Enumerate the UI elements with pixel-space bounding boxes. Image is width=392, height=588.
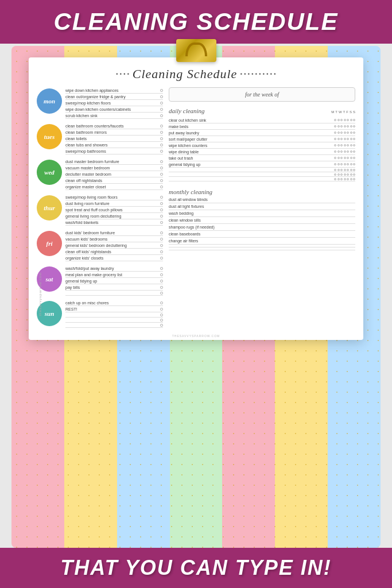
task-row[interactable]: clean off kids' nightstands <box>65 249 163 255</box>
day-dot[interactable] <box>344 131 346 134</box>
task-row[interactable]: wipe down kitchen appliances <box>65 87 163 94</box>
day-dot[interactable] <box>340 163 343 165</box>
day-dot[interactable] <box>344 138 346 140</box>
day-dot[interactable] <box>347 178 349 180</box>
day-dot[interactable] <box>344 178 346 180</box>
task-row[interactable]: general tidying up <box>65 278 163 284</box>
task-row[interactable] <box>65 318 163 323</box>
day-dot[interactable] <box>353 163 355 165</box>
monthly-task-row[interactable]: dust all light fixtures <box>169 203 355 210</box>
day-dot[interactable] <box>340 173 343 176</box>
day-dot[interactable] <box>347 173 349 176</box>
task-row[interactable]: clean toilets <box>65 136 163 142</box>
day-dot[interactable] <box>344 157 346 159</box>
daily-task-row[interactable]: put away laundry <box>169 130 355 136</box>
day-dot[interactable] <box>350 138 352 140</box>
day-dot[interactable] <box>334 163 336 165</box>
task-row[interactable]: declutter master bedroom <box>65 171 163 177</box>
day-dot[interactable] <box>353 178 355 180</box>
day-dot[interactable] <box>337 157 340 159</box>
daily-task-row[interactable]: take out trash <box>169 155 355 161</box>
task-row[interactable] <box>65 291 163 296</box>
day-dot[interactable] <box>347 119 349 121</box>
day-dot[interactable] <box>334 125 336 127</box>
daily-task-row[interactable]: make beds <box>169 123 355 130</box>
day-dot[interactable] <box>340 144 343 146</box>
task-row[interactable]: catch up on misc chores <box>65 300 163 306</box>
day-dot[interactable] <box>344 125 346 127</box>
day-dot[interactable] <box>340 119 343 121</box>
day-dot[interactable] <box>337 138 340 140</box>
day-dot[interactable] <box>350 119 352 121</box>
task-row[interactable]: vacuum kids' bedrooms <box>65 236 163 242</box>
day-dot[interactable] <box>350 169 352 171</box>
task-row[interactable]: spot treat and fluff couch pillows <box>65 207 163 213</box>
task-row[interactable]: dust master bedroom furniture <box>65 158 163 165</box>
day-dot[interactable] <box>350 150 352 153</box>
monthly-task-row[interactable]: shampoo rugs (if needed) <box>169 224 355 231</box>
day-dot[interactable] <box>340 169 343 171</box>
daily-task-row[interactable]: wipe kitchen counters <box>169 142 355 149</box>
day-dot[interactable] <box>340 150 343 153</box>
monthly-task-row[interactable]: clean window sills <box>169 217 355 224</box>
daily-task-row[interactable]: clear out kitchen sink <box>169 117 355 123</box>
monthly-task-row[interactable]: wash bedding <box>169 210 355 217</box>
task-row[interactable] <box>65 323 163 328</box>
day-dot[interactable] <box>337 178 340 180</box>
task-row[interactable]: sweep/mop bathrooms <box>65 148 163 154</box>
day-dot[interactable] <box>334 157 336 159</box>
day-dot[interactable] <box>347 150 349 153</box>
day-dot[interactable] <box>334 144 336 146</box>
task-row[interactable]: vacuum master bedroom <box>65 165 163 171</box>
day-dot[interactable] <box>347 163 349 165</box>
day-dot[interactable] <box>337 163 340 165</box>
day-dot[interactable] <box>350 144 352 146</box>
day-dot[interactable] <box>347 138 349 140</box>
task-row[interactable]: general kids' bedroom decluttering <box>65 242 163 249</box>
monthly-task-row[interactable]: dust all window blinds <box>169 196 355 203</box>
day-dot[interactable] <box>347 144 349 146</box>
day-dot[interactable] <box>350 125 352 127</box>
day-dot[interactable] <box>350 157 352 159</box>
task-row[interactable] <box>65 312 163 318</box>
day-dot[interactable] <box>350 173 352 176</box>
day-dot[interactable] <box>353 125 355 127</box>
day-dot[interactable] <box>353 138 355 140</box>
day-dot[interactable] <box>344 119 346 121</box>
day-dot[interactable] <box>334 138 336 140</box>
day-dot[interactable] <box>353 157 355 159</box>
daily-task-row[interactable] <box>169 168 355 172</box>
day-dot[interactable] <box>334 150 336 153</box>
task-row[interactable]: clean bathroom mirrors <box>65 129 163 136</box>
monthly-task-row[interactable] <box>169 247 355 250</box>
daily-task-row[interactable]: general tidying up <box>169 161 355 168</box>
day-dot[interactable] <box>353 169 355 171</box>
day-dot[interactable] <box>337 131 340 134</box>
task-row[interactable]: REST! <box>65 306 163 312</box>
task-row[interactable]: clean tubs and showers <box>65 142 163 148</box>
day-dot[interactable] <box>337 169 340 171</box>
day-dot[interactable] <box>350 163 352 165</box>
day-dot[interactable] <box>344 150 346 153</box>
task-row[interactable]: organize master closet <box>65 184 163 190</box>
day-dot[interactable] <box>353 119 355 121</box>
task-row[interactable]: wash/fold blankets <box>65 219 163 226</box>
task-row[interactable]: clean bathroom counters/faucets <box>65 123 163 129</box>
daily-task-row[interactable]: sort mail/paper clutter <box>169 136 355 142</box>
day-dot[interactable] <box>350 131 352 134</box>
daily-task-row[interactable] <box>169 172 355 177</box>
day-dot[interactable] <box>340 131 343 134</box>
day-dot[interactable] <box>344 163 346 165</box>
day-dot[interactable] <box>344 173 346 176</box>
day-dot[interactable] <box>337 173 340 176</box>
task-row[interactable]: wash/fold/put away laundry <box>65 265 163 272</box>
day-dot[interactable] <box>337 125 340 127</box>
task-row[interactable]: pay bills <box>65 284 163 291</box>
daily-task-row[interactable]: wipe dining table <box>169 149 355 155</box>
day-dot[interactable] <box>337 119 340 121</box>
day-dot[interactable] <box>347 125 349 127</box>
day-dot[interactable] <box>353 150 355 153</box>
task-row[interactable]: clean off nightstands <box>65 177 163 184</box>
task-row[interactable]: dust kids' bedroom furniture <box>65 230 163 236</box>
day-dot[interactable] <box>353 131 355 134</box>
